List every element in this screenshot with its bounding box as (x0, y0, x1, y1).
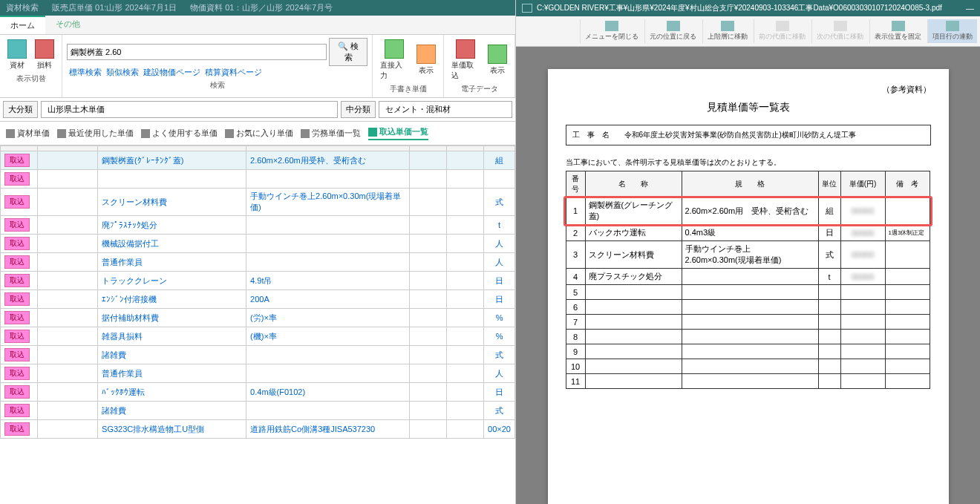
row-unit: % (484, 327, 515, 346)
show-button[interactable]: 表示 (414, 43, 439, 77)
data-table[interactable]: 取込 鋼製桝蓋(ｸﾞﾚｰﾁﾝｸﾞ蓋) 2.60m×2.60m用受枠、受桁含む 組… (0, 145, 515, 504)
direct-input-button[interactable]: 直接入力 (377, 38, 411, 82)
minimize-icon[interactable]: — (966, 4, 974, 13)
table-row[interactable]: 取込 普通作業員 人 (1, 253, 515, 272)
ribbon-tabs: ホーム その他 (0, 16, 515, 35)
search-links: 標準検索 類似検索 建設物価ページ 積算資料ページ (67, 66, 267, 79)
pdf-table-row: 4廃プラスチック処分t00000 (566, 269, 930, 285)
search-input[interactable] (67, 44, 327, 60)
pdf-table-row: 11 (566, 374, 930, 389)
row-unit: 人 (484, 253, 515, 272)
cat-major-value[interactable]: 山形県土木単価 (41, 101, 338, 118)
take-button[interactable]: 取込 (4, 422, 30, 436)
table-row[interactable]: 取込 スクリーン材料費 手動ウインチ巻上2.60m×0.30m(現場着単価) 式 (1, 189, 515, 216)
right-pane: C:¥GOLDEN RIVER¥工事¥山形県¥2024年度¥村山総合支庁¥202… (516, 0, 980, 504)
material-button[interactable]: 資材 (4, 38, 30, 72)
row-name[interactable]: 諸雑費 (98, 346, 246, 364)
pdf-tool-close-menu[interactable]: メニューを閉じる (580, 19, 643, 43)
take-button[interactable]: 取込 (4, 311, 30, 324)
row-unit: 式 (484, 189, 515, 216)
row-name[interactable]: SG323C排水構造物工U型側 (98, 420, 246, 439)
search-button[interactable]: 🔍 検索 (329, 38, 368, 66)
pdf-table-row: 10 (566, 359, 930, 374)
cat-major-label: 大分類 (3, 101, 38, 118)
nav-tabs: 資材単価 最近使用した単価 よく使用する単価 お気に入り単価 労務単価一覧 取込… (0, 122, 515, 145)
tab-home[interactable]: ホーム (0, 16, 45, 34)
tab-import-price[interactable]: 取込単価一覧 (368, 126, 428, 140)
table-row[interactable]: 取込 機械設備据付工 人 (1, 235, 515, 253)
row-unit: % (484, 309, 515, 327)
pdf-tool-prev: 前の代価に移動 (754, 19, 810, 43)
take-button[interactable]: 取込 (4, 218, 30, 232)
tab-other[interactable]: その他 (45, 16, 91, 34)
price-import-button[interactable]: 単価取込 (448, 38, 483, 82)
row-name[interactable]: 普通作業員 (98, 364, 246, 383)
table-row[interactable]: 取込 諸雑費 式 (1, 346, 515, 364)
table-row[interactable]: 取込 雑器具損料 (機)×率 % (1, 327, 515, 346)
row-unit: 日 (484, 272, 515, 290)
take-button[interactable]: 取込 (4, 154, 30, 167)
row-unit: 日 (484, 290, 515, 309)
row-spec (246, 402, 410, 420)
row-spec: 4.9t吊 (246, 272, 410, 290)
cat-minor-value[interactable]: セメント・混和材 (379, 101, 512, 118)
tab-favorite-price[interactable]: お気に入り単価 (225, 128, 293, 139)
app-title: 資材検索 (6, 2, 39, 13)
table-row[interactable]: 取込 ｴﾝｼﾞﾝ付溶接機 200A 日 (1, 290, 515, 309)
row-name[interactable]: 鋼製桝蓋(ｸﾞﾚｰﾁﾝｸﾞ蓋) (98, 151, 246, 170)
tab-labor-price[interactable]: 労務単価一覧 (301, 128, 361, 139)
take-button[interactable]: 取込 (4, 274, 30, 287)
link-construction-page[interactable]: 建設物価ページ (143, 67, 200, 78)
table-row[interactable]: 取込 トラッククレーン 4.9t吊 日 (1, 272, 515, 290)
row-name[interactable]: 機械設備据付工 (98, 235, 246, 253)
take-button[interactable]: 取込 (4, 292, 30, 306)
table-row[interactable]: 取込 据付補助材料費 (労)×率 % (1, 309, 515, 327)
row-spec: (労)×率 (246, 309, 410, 327)
ribbon-group-handwrite: 直接入力 表示 手書き単価 (373, 35, 444, 97)
row-name[interactable]: スクリーン材料費 (98, 189, 246, 216)
loss-button[interactable]: 損料 (32, 38, 57, 72)
take-button[interactable]: 取込 (4, 195, 30, 209)
pdf-tool-fix[interactable]: 表示位置を固定 (869, 19, 926, 43)
row-name[interactable]: ｴﾝｼﾞﾝ付溶接機 (98, 290, 246, 309)
table-row[interactable]: 取込 諸雑費 式 (1, 402, 515, 420)
table-row[interactable]: 取込 廃ﾌﾟﾗｽﾁｯｸ処分 t (1, 216, 515, 235)
link-std-search[interactable]: 標準検索 (69, 67, 102, 78)
row-name[interactable]: 据付補助材料費 (98, 309, 246, 327)
pdf-tool-up[interactable]: 上階層に移動 (702, 19, 752, 43)
take-button[interactable]: 取込 (4, 255, 30, 269)
link-estimate-page[interactable]: 積算資料ページ (205, 67, 262, 78)
row-name[interactable]: トラッククレーン (98, 272, 246, 290)
tab-material-price[interactable]: 資材単価 (6, 128, 50, 139)
take-button[interactable]: 取込 (4, 172, 30, 186)
tab-recent-price[interactable]: 最近使用した単価 (57, 128, 134, 139)
take-button[interactable]: 取込 (4, 237, 30, 250)
take-button[interactable]: 取込 (4, 348, 30, 361)
pdf-tool-back[interactable]: 元の位置に戻る (644, 19, 701, 43)
row-name[interactable]: 普通作業員 (98, 253, 246, 272)
table-row[interactable]: 取込 鋼製桝蓋(ｸﾞﾚｰﾁﾝｸﾞ蓋) 2.60m×2.60m用受枠、受桁含む 組 (1, 151, 515, 170)
take-button[interactable]: 取込 (4, 330, 30, 343)
price-info-2: 物価資料 01：山形／山形 2024年7月号 (190, 2, 333, 13)
row-name[interactable] (98, 170, 246, 189)
table-row[interactable]: 取込 (1, 170, 515, 189)
pdf-viewport[interactable]: （参考資料） 見積単価等一覧表 工 事 名 令和6年度土砂災害対策事業(砂防自然… (516, 47, 980, 504)
show2-button[interactable]: 表示 (485, 43, 510, 77)
take-button[interactable]: 取込 (4, 404, 30, 417)
pdf-tool-link[interactable]: 項目行の連動 (927, 19, 977, 43)
take-button[interactable]: 取込 (4, 385, 30, 399)
row-name[interactable]: 廃ﾌﾟﾗｽﾁｯｸ処分 (98, 216, 246, 235)
pdf-table-row: 9 (566, 344, 930, 359)
row-name[interactable]: 雑器具損料 (98, 327, 246, 346)
row-name[interactable]: ﾊﾞｯｸﾎｳ運転 (98, 383, 246, 402)
cat-minor-label: 中分類 (341, 101, 376, 118)
table-row[interactable]: 取込 SG323C排水構造物工U型側 道路用鉄筋Co側溝3種JISA537230… (1, 420, 515, 439)
take-button[interactable]: 取込 (4, 367, 30, 380)
row-spec (246, 346, 410, 364)
row-unit: 人 (484, 364, 515, 383)
table-row[interactable]: 取込 ﾊﾞｯｸﾎｳ運転 0.4m級(F0102) 日 (1, 383, 515, 402)
tab-frequent-price[interactable]: よく使用する単価 (141, 128, 218, 139)
link-sim-search[interactable]: 類似検索 (106, 67, 139, 78)
table-row[interactable]: 取込 普通作業員 人 (1, 364, 515, 383)
row-name[interactable]: 諸雑費 (98, 402, 246, 420)
